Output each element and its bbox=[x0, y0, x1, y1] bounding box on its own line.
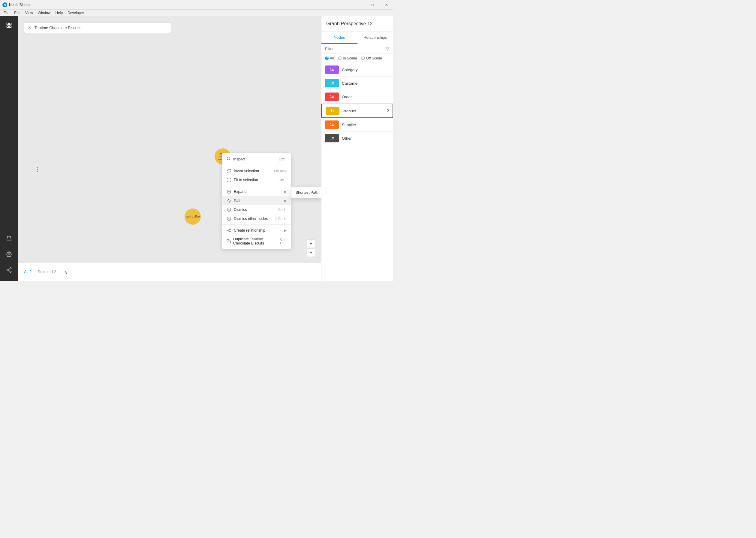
context-menu-item-fit[interactable]: Fit to selection Ctrl F bbox=[222, 176, 291, 185]
path-label: Path bbox=[234, 198, 242, 203]
expand-label: Expand bbox=[234, 189, 246, 194]
divider-3 bbox=[222, 224, 291, 225]
node-item-customer[interactable]: 1x Customer bbox=[321, 77, 393, 90]
filter-input[interactable] bbox=[325, 47, 384, 51]
menu-edit[interactable]: Edit bbox=[12, 10, 23, 16]
context-menu-item-expand[interactable]: Expand ▶ bbox=[222, 187, 291, 196]
tab-nodes[interactable]: Nodes bbox=[321, 31, 357, 44]
node-item-order[interactable]: 1x Order bbox=[321, 90, 393, 104]
zoom-out-button[interactable]: − bbox=[307, 248, 315, 257]
bottom-expand-btn[interactable]: ∧ bbox=[62, 269, 69, 276]
right-panel: Graph Perspective 12 Nodes Relationships… bbox=[321, 16, 393, 281]
app-logo: N Neo4j Bloom bbox=[2, 2, 30, 7]
context-menu-item-create-rel[interactable]: Create relationship ▶ bbox=[222, 226, 291, 235]
dismiss-other-icon bbox=[227, 216, 231, 221]
node-badge-customer: 1x bbox=[325, 79, 339, 87]
svg-point-5 bbox=[8, 254, 10, 255]
node-item-other[interactable]: 1x Other bbox=[321, 132, 393, 145]
menu-help[interactable]: Help bbox=[53, 10, 66, 16]
app-name: Neo4j Bloom bbox=[9, 3, 30, 7]
context-menu-item-path[interactable]: Path ▶ bbox=[222, 196, 291, 205]
svg-point-20 bbox=[230, 229, 231, 230]
radio-all[interactable]: All bbox=[325, 56, 334, 60]
svg-marker-26 bbox=[386, 47, 389, 50]
svg-rect-2 bbox=[7, 26, 9, 27]
divider-2 bbox=[222, 186, 291, 186]
fit-icon bbox=[227, 178, 231, 182]
invert-label: Invert selection bbox=[234, 169, 259, 173]
node-item-product[interactable]: 1x Product 2 bbox=[321, 104, 393, 118]
path-icon bbox=[227, 198, 231, 203]
node-badge-order: 1x bbox=[325, 92, 339, 101]
svg-line-12 bbox=[230, 159, 230, 160]
context-menu-item-dismiss[interactable]: Dismiss Ctrl H bbox=[222, 205, 291, 214]
connections-icon bbox=[6, 267, 12, 273]
svg-point-8 bbox=[10, 271, 11, 272]
sidebar-btn-settings[interactable] bbox=[3, 248, 15, 260]
duplicate-shortcut: Ctrl D bbox=[280, 238, 287, 245]
fit-label: Fit to selection bbox=[234, 178, 258, 182]
filter-icon bbox=[385, 47, 390, 51]
create-rel-icon bbox=[227, 228, 231, 233]
sidebar-btn-lab[interactable] bbox=[3, 233, 15, 245]
dismiss-label: Dismiss bbox=[234, 208, 247, 212]
bottom-tab-all[interactable]: All 2 bbox=[24, 268, 31, 276]
minimize-button[interactable]: ─ bbox=[352, 0, 365, 10]
close-button[interactable]: ✕ bbox=[379, 0, 393, 10]
filter-bar bbox=[321, 44, 393, 54]
menu-bar: File Edit View Window Help Developer bbox=[0, 10, 393, 16]
panel-toggle[interactable] bbox=[37, 167, 38, 172]
panel-title: Graph Perspective 12 bbox=[321, 16, 393, 31]
node-label-other: Other bbox=[342, 136, 390, 140]
sidebar bbox=[0, 16, 18, 281]
node-badge-supplier: 1x bbox=[325, 121, 339, 129]
window-controls: ─ □ ✕ bbox=[352, 0, 393, 10]
canvas-area[interactable]: ✕ Teatime Chocolate Biscuits Teatime Cho… bbox=[18, 16, 321, 281]
context-menu-item-dismiss-other[interactable]: Dismiss other nodes ⇧ Ctrl H bbox=[222, 214, 291, 223]
sidebar-btn-connections[interactable] bbox=[3, 264, 15, 276]
title-bar: N Neo4j Bloom ─ □ ✕ bbox=[0, 0, 393, 10]
dismiss-shortcut: Ctrl H bbox=[278, 208, 287, 211]
fit-shortcut: Ctrl F bbox=[278, 178, 287, 182]
menu-developer[interactable]: Developer bbox=[65, 10, 86, 16]
app-container: ✕ Teatime Chocolate Biscuits Teatime Cho… bbox=[0, 16, 393, 281]
svg-rect-25 bbox=[228, 241, 230, 243]
search-close-icon[interactable]: ✕ bbox=[27, 25, 32, 30]
context-menu: Inspect Ctrl I Invert selection Ctrl Alt… bbox=[222, 153, 291, 249]
svg-line-17 bbox=[228, 208, 230, 211]
create-rel-label: Create relationship bbox=[234, 228, 265, 233]
context-menu-item-invert[interactable]: Invert selection Ctrl Alt A bbox=[222, 166, 291, 176]
inspect-icon bbox=[227, 156, 231, 162]
radio-off-scene-dot bbox=[361, 56, 365, 60]
dismiss-icon bbox=[227, 207, 231, 212]
logo-icon: N bbox=[2, 2, 7, 7]
svg-line-23 bbox=[228, 231, 230, 231]
node-item-supplier[interactable]: 1x Supplier bbox=[321, 118, 393, 132]
radio-off-scene[interactable]: Off Scene bbox=[361, 56, 382, 60]
radio-in-scene[interactable]: In Scene bbox=[338, 56, 357, 60]
maximize-button[interactable]: □ bbox=[365, 0, 379, 10]
svg-point-7 bbox=[7, 269, 8, 271]
menu-file[interactable]: File bbox=[1, 10, 12, 16]
svg-line-24 bbox=[228, 230, 230, 230]
lab-icon bbox=[6, 236, 12, 242]
context-menu-item-inspect[interactable]: Inspect Ctrl I bbox=[222, 154, 291, 164]
node-item-category[interactable]: 1x Category bbox=[321, 63, 393, 77]
menu-view[interactable]: View bbox=[23, 10, 35, 16]
submenu-item-shortest-path[interactable]: Shortest Path bbox=[291, 188, 321, 197]
svg-line-19 bbox=[228, 217, 230, 220]
context-menu-item-duplicate[interactable]: Duplicate Teatime Chocolate Biscuits Ctr… bbox=[222, 235, 291, 247]
svg-line-10 bbox=[8, 269, 10, 269]
menu-window[interactable]: Window bbox=[35, 10, 53, 16]
bottom-tab-selected[interactable]: Selected 2 bbox=[37, 268, 56, 276]
tab-relationships[interactable]: Relationships bbox=[357, 31, 394, 44]
inspect-label: Inspect bbox=[233, 157, 245, 161]
node-label-product: Product bbox=[343, 109, 384, 113]
dismiss-other-label: Dismiss other nodes bbox=[234, 217, 268, 221]
node-badge-other: 1x bbox=[325, 134, 339, 142]
zoom-in-button[interactable]: + bbox=[307, 240, 315, 248]
sidebar-btn-graph[interactable] bbox=[3, 19, 15, 31]
node-ipon[interactable]: Ipon Coffee bbox=[185, 208, 201, 225]
node-count-product: 2 bbox=[387, 109, 389, 113]
expand-arrow: ▶ bbox=[284, 190, 287, 194]
